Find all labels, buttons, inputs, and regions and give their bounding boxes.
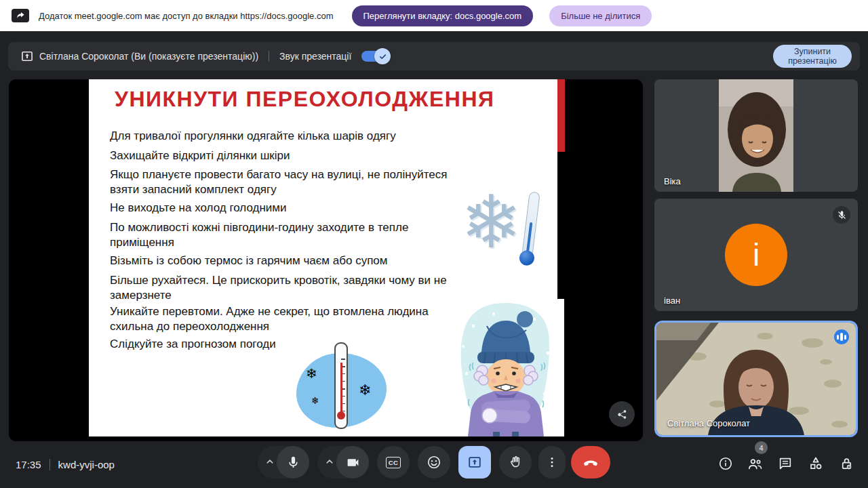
presenter-label: Світлана Сороколат (Ви (показуєте презен… [39,51,258,62]
toggle-check-icon [374,48,391,64]
participant-tile-ivan[interactable]: і іван [654,199,858,311]
slide-bullet: Уникайте перевтоми. Адже не секрет, що в… [110,304,429,334]
slide-bullet: Більше рухайтеся. Це прискорить кровотік… [110,273,447,303]
slide-bullet: Захищайте відкриті ділянки шкіри [110,148,290,163]
activities-icon [808,455,824,472]
meeting-code: kwd-yvji-oop [58,459,115,470]
google-meet-window: Додаток meet.google.com має доступ до вк… [0,0,868,488]
thermometer-snow-image: ❄ ❄ ❄ [296,342,387,436]
chevron-up-icon[interactable] [323,455,336,470]
end-call-button[interactable] [571,446,610,479]
hand-icon [508,455,523,470]
chat-button[interactable] [776,455,794,472]
mic-off-icon [833,206,850,224]
participants-count-badge: 4 [755,441,768,454]
mic-icon [277,446,309,479]
avatar-letter: і [753,237,760,273]
snowflake-thermometer-image: ❄ [460,189,555,274]
share-icon [616,408,628,420]
participant-name: Віка [664,176,681,186]
people-button[interactable] [746,455,764,472]
lock-icon [839,456,854,472]
emoji-icon [427,455,441,470]
people-icon [747,455,764,472]
view-tab-button[interactable]: Переглянути вкладку: docs.google.com [352,5,534,26]
more-options-icon [545,455,559,469]
raise-hand-button[interactable] [499,446,532,479]
more-options-button[interactable] [538,446,566,479]
video-feed [719,79,793,192]
presentation-bar: Світлана Сороколат (Ви (показуєте презен… [8,42,860,70]
slide-bullet: Слідкуйте за прогнозом погоди [110,337,276,352]
present-box-icon [20,49,34,63]
notification-bar: Додаток meet.google.com має доступ до вк… [0,0,868,31]
slide-bullet: Для тривалої прогулянки одягайте кілька … [110,129,396,144]
stop-sharing-button[interactable]: Більше не ділитися [549,5,652,26]
share-button[interactable] [609,401,635,427]
slide-accent-bar [557,79,565,152]
captions-icon: CC [386,457,401,468]
presentation-audio-toggle[interactable] [361,49,389,63]
mic-button[interactable] [258,446,309,479]
activities-button[interactable] [807,455,825,472]
freezing-person-image [446,299,564,436]
divider [269,51,269,62]
slide-bullet: Візьміть із собою термос із гарячим чаєм… [110,253,388,268]
slide-bullet: По можливості кожні півгодини-годину зах… [110,220,408,250]
meeting-info: 17:35 kwd-yvji-oop [16,441,115,488]
notification-message: Додаток meet.google.com має доступ до вк… [39,11,334,21]
present-icon [467,455,482,470]
camera-icon [336,446,369,479]
present-button[interactable] [458,446,491,479]
meeting-details-button[interactable] [717,455,734,472]
slide-bullet: Не виходьте на холод голодними [110,201,286,216]
slide: УНИКНУТИ ПЕРЕОХОЛОДЖЕННЯ Для тривалої пр… [89,79,557,436]
presentation-audio-label: Звук презентації [279,51,351,62]
slide-title: УНИКНУТИ ПЕРЕОХОЛОДЖЕННЯ [115,87,495,112]
clock-time: 17:35 [16,459,41,470]
participant-tile-vika[interactable]: Віка [654,79,858,192]
chevron-up-icon[interactable] [264,455,276,470]
participant-name: іван [664,296,680,306]
participant-tile-svitlana[interactable]: Світлана Сороколат [654,321,858,437]
camera-button[interactable] [317,446,369,479]
avatar: і [725,224,787,286]
stop-presentation-button[interactable]: Зупинити презентацію [773,45,852,68]
host-controls-button[interactable] [837,455,855,472]
end-call-icon [583,454,599,470]
participant-name: Світлана Сороколат [667,418,750,428]
speaking-indicator-icon [834,329,849,344]
slide-bullet: Якщо плануєте провести багато часу на ву… [110,167,447,197]
chat-icon [778,456,793,471]
captions-button[interactable]: CC [377,446,410,479]
divider [50,459,50,470]
info-icon [718,456,733,471]
reactions-button[interactable] [418,446,450,479]
tab-share-icon [12,9,29,22]
presentation-stage: УНИКНУТИ ПЕРЕОХОЛОДЖЕННЯ Для тривалої пр… [9,79,643,441]
